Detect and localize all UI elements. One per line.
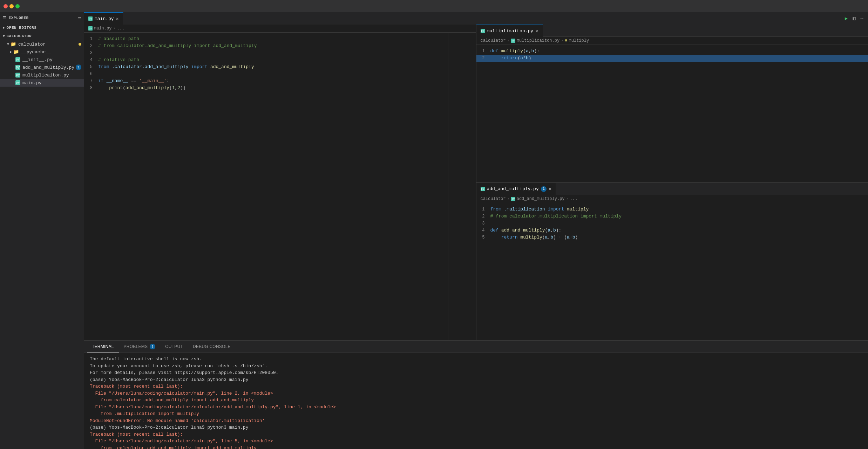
sidebar-item-calculator[interactable]: ▼ 📁 calculator bbox=[0, 40, 84, 48]
py-tab-icon-mult: py bbox=[481, 29, 485, 33]
py-breadcrumb-icon-mult: py bbox=[511, 39, 515, 43]
add-multiply-label: add_and_multiply.py bbox=[22, 65, 74, 70]
run-icon[interactable]: ▶ bbox=[844, 14, 849, 22]
breadcrumb-add-calc-folder: calculator bbox=[481, 196, 506, 201]
breadcrumb-add-file: add_and_multiply.py bbox=[517, 196, 565, 201]
tab-add-multiply[interactable]: py add_and_multiply.py 1 ✕ bbox=[476, 183, 556, 195]
debug-console-label: DEBUG CONSOLE bbox=[193, 344, 231, 349]
main-editor: 1# absoulte path2# from calculator.add_a… bbox=[84, 33, 476, 340]
minimize-button[interactable] bbox=[9, 4, 14, 8]
explorer-header[interactable]: ☰ EXPLORER ⋯ bbox=[0, 12, 84, 24]
split-editor-icon[interactable]: ◧ bbox=[852, 14, 856, 22]
problems-label: PROBLEMS bbox=[124, 344, 148, 349]
breadcrumb-main: py main.py › ... bbox=[84, 25, 476, 33]
editors-split: py main.py › ... 1# absoulte path2# from… bbox=[84, 25, 868, 340]
add-multiply-badge: 1 bbox=[76, 65, 81, 70]
maximize-button[interactable] bbox=[15, 4, 20, 8]
init-label: __init__.py bbox=[22, 57, 53, 62]
tab-main-close[interactable]: ✕ bbox=[116, 16, 119, 22]
editor-area: py main.py ✕ ▶ ◧ ⋯ py main.py › bbox=[84, 12, 868, 449]
calculator-label: CALCULATOR bbox=[7, 34, 32, 38]
terminal-line: from calculator.add_and_multiply import … bbox=[90, 397, 862, 404]
terminal-line: ModuleNotFoundError: No module named 'ca… bbox=[90, 417, 862, 424]
tab-add-multiply-close[interactable]: ✕ bbox=[549, 186, 551, 192]
more-actions-icon[interactable]: ⋯ bbox=[860, 14, 864, 22]
tabs-actions: ▶ ◧ ⋯ bbox=[844, 14, 868, 22]
folder-icon: 📁 bbox=[13, 49, 19, 55]
explorer-more-icon[interactable]: ⋯ bbox=[78, 14, 81, 21]
chevron-right-icon: ▶ bbox=[10, 50, 12, 54]
right-top-tabs: py multiplicaiton.py ✕ bbox=[476, 25, 868, 37]
code-line: 5from .calculator.add_and_multiply impor… bbox=[84, 63, 448, 71]
editor-pane-left: py main.py › ... 1# absoulte path2# from… bbox=[84, 25, 476, 340]
open-editors-chevron: ▶ bbox=[3, 26, 5, 30]
titlebar bbox=[0, 0, 868, 12]
open-editors-header[interactable]: ▶ OPEN EDITORS bbox=[0, 24, 84, 32]
py-file-icon: py bbox=[15, 57, 20, 62]
main-code-content[interactable]: 1# absoulte path2# from calculator.add_a… bbox=[84, 33, 448, 340]
tab-output[interactable]: OUTPUT bbox=[160, 341, 188, 353]
terminal-line: (base) Yoos-MacBook-Pro-2:calculator lun… bbox=[90, 376, 862, 383]
breadcrumb-calc-folder: calculator bbox=[481, 38, 506, 43]
tab-multiplication-label: multiplicaiton.py bbox=[487, 28, 534, 34]
py-tab-icon-add: py bbox=[481, 187, 485, 191]
tab-main[interactable]: py main.py ✕ bbox=[84, 12, 123, 25]
calculator-header[interactable]: ▼ CALCULATOR bbox=[0, 32, 84, 40]
py-tab-icon: py bbox=[88, 16, 93, 21]
calculator-chevron: ▼ bbox=[3, 34, 5, 38]
terminal-line: Traceback (most recent call last): bbox=[90, 431, 862, 438]
tab-problems[interactable]: PROBLEMS 1 bbox=[119, 341, 161, 353]
terminal-line: To update your account to use zsh, pleas… bbox=[90, 363, 862, 370]
calculator-folder-label: calculator bbox=[18, 42, 46, 47]
terminal-line: The default interactive shell is now zsh… bbox=[90, 356, 862, 363]
tab-debug-console[interactable]: DEBUG CONSOLE bbox=[188, 341, 236, 353]
breadcrumb-sep: › bbox=[113, 26, 115, 31]
terminal-label: TERMINAL bbox=[92, 344, 114, 349]
close-button[interactable] bbox=[4, 4, 8, 8]
explorer-label: EXPLORER bbox=[9, 16, 29, 20]
sidebar: ☰ EXPLORER ⋯ ▶ OPEN EDITORS ▼ CALCULATOR… bbox=[0, 12, 84, 449]
code-line: 2# from calculator.multiplication import… bbox=[476, 213, 868, 220]
breadcrumb-mult-symbol: multiply bbox=[569, 38, 589, 43]
tab-multiplication-close[interactable]: ✕ bbox=[535, 28, 538, 34]
sidebar-item-multiplication[interactable]: py multiplicaiton.py bbox=[0, 71, 84, 79]
minimap-main bbox=[448, 33, 476, 340]
tab-add-multiply-badge: 1 bbox=[541, 186, 547, 192]
editor-pane-right-top: py multiplicaiton.py ✕ calculator › py m… bbox=[476, 25, 868, 183]
sidebar-item-pycache[interactable]: ▶ 📁 __pycache__ bbox=[0, 48, 84, 56]
breadcrumb-multiplication: calculator › py multiplicaiton.py › ■ mu… bbox=[476, 37, 868, 45]
tab-multiplication[interactable]: py multiplicaiton.py ✕ bbox=[476, 25, 543, 37]
problems-badge: 1 bbox=[150, 344, 155, 349]
code-line: 1def multiply(a,b): bbox=[476, 48, 868, 55]
app-root: ☰ EXPLORER ⋯ ▶ OPEN EDITORS ▼ CALCULATOR… bbox=[0, 0, 868, 449]
code-line: 1from .multiplication import multiply bbox=[476, 206, 868, 213]
tab-terminal[interactable]: TERMINAL bbox=[87, 341, 119, 353]
add-multiply-code-content[interactable]: 1from .multiplication import multiply2# … bbox=[476, 203, 868, 341]
output-label: OUTPUT bbox=[165, 344, 183, 349]
open-editors-label: OPEN EDITORS bbox=[7, 26, 37, 30]
breadcrumb-main-more: ... bbox=[117, 26, 125, 31]
bottom-panel: TERMINAL PROBLEMS 1 OUTPUT DEBUG CONSOLE… bbox=[84, 340, 868, 449]
main-layout: ☰ EXPLORER ⋯ ▶ OPEN EDITORS ▼ CALCULATOR… bbox=[0, 12, 868, 449]
sidebar-item-main[interactable]: py main.py bbox=[0, 79, 84, 87]
terminal-line: File "/Users/luna/coding/calculator/main… bbox=[90, 438, 862, 445]
tab-add-multiply-label: add_and_multiply.py bbox=[487, 186, 539, 192]
window-controls bbox=[4, 4, 20, 8]
terminal-line: (base) Yoos-MacBook-Pro-2:calculator lun… bbox=[90, 424, 862, 431]
pycache-label: __pycache__ bbox=[21, 49, 51, 55]
py-breadcrumb-icon: py bbox=[88, 26, 93, 31]
py-file-icon: py bbox=[15, 73, 20, 78]
terminal-line: For more details, please visit https://s… bbox=[90, 369, 862, 376]
code-line: 3 bbox=[476, 220, 868, 227]
modified-indicator bbox=[79, 43, 81, 46]
code-line: 1# absoulte path bbox=[84, 35, 448, 42]
terminal-line: File "/Users/luna/coding/calculator/calc… bbox=[90, 404, 862, 411]
py-breadcrumb-icon-add: py bbox=[511, 197, 515, 201]
sidebar-item-add-multiply[interactable]: py add_and_multiply.py 1 bbox=[0, 63, 84, 71]
code-line: 5 return multiply(a,b) + (a+b) bbox=[476, 234, 868, 241]
multiply-code-content[interactable]: 1def multiply(a,b):2 return(a*b) bbox=[476, 45, 868, 182]
explorer-icon: ☰ bbox=[3, 16, 7, 20]
sidebar-item-init[interactable]: py __init__.py bbox=[0, 56, 84, 63]
terminal-content[interactable]: The default interactive shell is now zsh… bbox=[84, 353, 868, 449]
chevron-down-icon: ▼ bbox=[7, 42, 9, 46]
